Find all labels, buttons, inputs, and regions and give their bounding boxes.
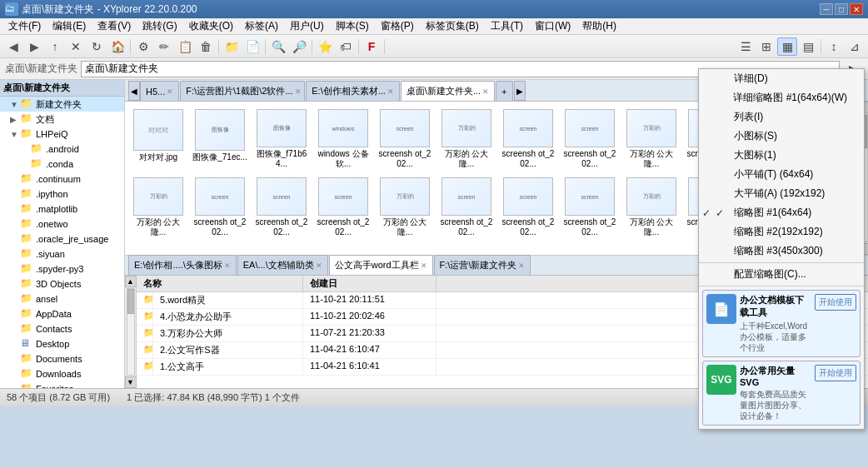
bottom-scroll-thumb[interactable] [127, 289, 134, 314]
filter-button[interactable]: 🔎 [289, 37, 309, 56]
menu-edit[interactable]: 编辑(E) [47, 18, 91, 34]
bottom-tab-1[interactable]: E:\创作相....\头像图标 ✕ [128, 255, 237, 275]
close-button[interactable]: ✕ [850, 3, 863, 15]
dm-item-thumb2[interactable]: 缩略图 #2(192x192) [699, 222, 864, 241]
file-item[interactable]: screen screensh ot_202... [560, 173, 620, 240]
btab-close-1[interactable]: ✕ [224, 261, 231, 270]
tab-scroll-left[interactable]: ◀ [128, 81, 140, 101]
forward-button[interactable]: ▶ [24, 37, 44, 56]
file-item[interactable]: 图恢像 图恢像_71ec... [190, 105, 250, 172]
file-item[interactable]: screen screensh ot_202... [375, 105, 435, 172]
dm-item-thumb3[interactable]: 缩略图 #3(450x300) [699, 241, 864, 261]
menu-tags[interactable]: 标签(A) [240, 18, 283, 34]
menu-window[interactable]: 窗口(W) [530, 18, 576, 34]
new-file-button[interactable]: 📄 [242, 37, 262, 56]
btab-close-2[interactable]: ✕ [316, 261, 322, 270]
menu-tools[interactable]: 工具(T) [486, 18, 528, 34]
sidebar-item-documents[interactable]: 📁 Documents [0, 351, 124, 366]
f-button[interactable]: F [362, 37, 382, 56]
tab-close-yy[interactable]: ✕ [295, 87, 302, 96]
sidebar-item-desktop[interactable]: 🖥 Desktop [0, 336, 124, 351]
content-tab-cz[interactable]: E:\创作相关素材... ✕ [306, 81, 400, 101]
file-item[interactable]: 万彩的 万彩的 公大隆... [621, 105, 681, 172]
dm-item-small-icon[interactable]: 小图标(S) [699, 127, 864, 146]
content-tab-desktop[interactable]: 桌面\新建文件夹... ✕ [401, 81, 495, 101]
menu-goto[interactable]: 跳转(G) [137, 18, 182, 34]
dm-item-small-tile[interactable]: 小平铺(T) (64x64) [699, 165, 864, 184]
dm-item-thumb1[interactable]: ✓ 缩略图 #1(64x64) [699, 203, 864, 222]
menu-favorites[interactable]: 收藏夹(O) [184, 18, 238, 34]
new-folder-button[interactable]: 📁 [222, 37, 242, 56]
search-button[interactable]: 🔍 [268, 37, 288, 56]
file-item[interactable]: 万彩的 万彩的 公大隆... [375, 173, 435, 240]
menu-help[interactable]: 帮助(H) [577, 18, 621, 34]
sidebar-item-newfolder[interactable]: ▼ 📁 新建文件夹 [0, 97, 124, 112]
tab-close-desktop[interactable]: ✕ [482, 87, 489, 96]
home-button[interactable]: 🏠 [107, 37, 127, 56]
bottom-tab-3[interactable]: 公文高手word工具栏 ✕ [329, 255, 433, 275]
dm-item-large-icon[interactable]: 大图标(1) [699, 146, 864, 165]
dm-item-config-thumb[interactable]: 配置缩略图(C)... [699, 265, 864, 284]
tag-button[interactable]: 🏷 [336, 37, 356, 56]
sidebar-item-conda[interactable]: 📁 .conda [0, 157, 124, 172]
file-item[interactable]: screen screensh ot_202... [498, 105, 558, 172]
bottom-tab-2[interactable]: EA\...\文档辅助类 ✕ [237, 255, 328, 275]
file-item[interactable]: 万彩的 万彩的 公大隆... [128, 173, 188, 240]
icon-view-btn4[interactable]: ▤ [798, 37, 818, 56]
sidebar-item-3dobjects[interactable]: 📁 3D Objects [0, 276, 124, 291]
bottom-tab-4[interactable]: F:\运营\新建文件夹 ✕ [434, 255, 531, 275]
dm-item-large-tile[interactable]: 大平铺(A) (192x192) [699, 184, 864, 203]
icon-view-btn2[interactable]: ⊞ [756, 37, 776, 56]
sidebar-item-oracle[interactable]: 📁 .oracle_jre_usage [0, 232, 124, 246]
file-item[interactable]: 对对对 对对对.jpg [128, 105, 188, 172]
btab-close-4[interactable]: ✕ [518, 261, 525, 270]
ad-btn-1[interactable]: 开始使用 [815, 294, 856, 311]
edit-button[interactable]: ✏ [154, 37, 174, 56]
menu-tabsets[interactable]: 标签页集(B) [421, 18, 484, 34]
content-tab-h5[interactable]: H5... ✕ [140, 81, 179, 101]
icon-view-btn1[interactable]: ☰ [736, 37, 756, 56]
sidebar-item-siyuan[interactable]: 📁 .siyuan [0, 246, 124, 261]
file-item[interactable]: screen screensh ot_202... [252, 173, 312, 240]
maximize-button[interactable]: □ [835, 3, 848, 15]
menu-script[interactable]: 脚本(S) [331, 18, 374, 34]
refresh-button[interactable]: ↻ [87, 37, 107, 56]
tab-close-h5[interactable]: ✕ [167, 87, 173, 96]
sidebar-item-favorites[interactable]: 📁 Favorites [0, 381, 124, 388]
stop-button[interactable]: ✕ [66, 37, 86, 56]
settings-button[interactable]: ⚙ [133, 37, 153, 56]
menu-file[interactable]: 文件(F) [3, 18, 46, 34]
sidebar-item-matplotlib[interactable]: 📁 .matplotlib [0, 202, 124, 217]
file-item[interactable]: 图恢像 图恢像_f71b64... [252, 105, 312, 172]
sidebar-item-appdata[interactable]: 📁 AppData [0, 306, 124, 321]
file-item[interactable]: 万彩的 万彩的 公大隆... [436, 105, 496, 172]
sidebar-item-downloads[interactable]: 📁 Downloads [0, 366, 124, 381]
sidebar-item-lhpeiq[interactable]: ▼ 📁 LHPeiQ [0, 127, 124, 142]
favorite-button[interactable]: ⭐ [315, 37, 335, 56]
bottom-scroll-down[interactable]: ▼ [125, 376, 137, 388]
menu-user[interactable]: 用户(U) [285, 18, 329, 34]
tab-close-cz[interactable]: ✕ [387, 87, 394, 96]
sidebar-item-continuum[interactable]: 📁 .continuum [0, 172, 124, 187]
sidebar-item-ansel[interactable]: 📁 ansel [0, 291, 124, 306]
dm-item-detail-thumb[interactable]: 详细缩略图 #1(64x64)(W) [699, 88, 864, 107]
menu-view[interactable]: 查看(V) [92, 18, 136, 34]
sidebar-item-docs[interactable]: ▶ 📁 文档 [0, 112, 124, 127]
content-tab-yy[interactable]: F:\运营图片\1截图\2软件... ✕ [180, 81, 305, 101]
up-button[interactable]: ↑ [45, 37, 65, 56]
file-item[interactable]: screen screensh ot_202... [560, 105, 620, 172]
sidebar-item-onetwo[interactable]: 📁 .onetwo [0, 217, 124, 232]
ad-btn-2[interactable]: 开始使用 [815, 365, 856, 381]
delete-button[interactable]: 🗑 [196, 37, 216, 56]
minimize-button[interactable]: ─ [820, 3, 833, 15]
back-button[interactable]: ◀ [3, 37, 23, 56]
bottom-left-scroll[interactable]: ▲ ▼ [125, 276, 137, 388]
file-item[interactable]: screen screensh ot_202... [498, 173, 558, 240]
icon-view-btn3[interactable]: ▦ [777, 37, 797, 56]
content-tab-add[interactable]: + [496, 81, 512, 101]
menu-pane[interactable]: 窗格(P) [376, 18, 419, 34]
sort-btn[interactable]: ↕ [824, 37, 844, 56]
btab-close-3[interactable]: ✕ [421, 261, 427, 270]
bottom-scroll-track[interactable] [127, 288, 135, 376]
file-item[interactable]: screen screensh ot_202... [313, 173, 373, 240]
